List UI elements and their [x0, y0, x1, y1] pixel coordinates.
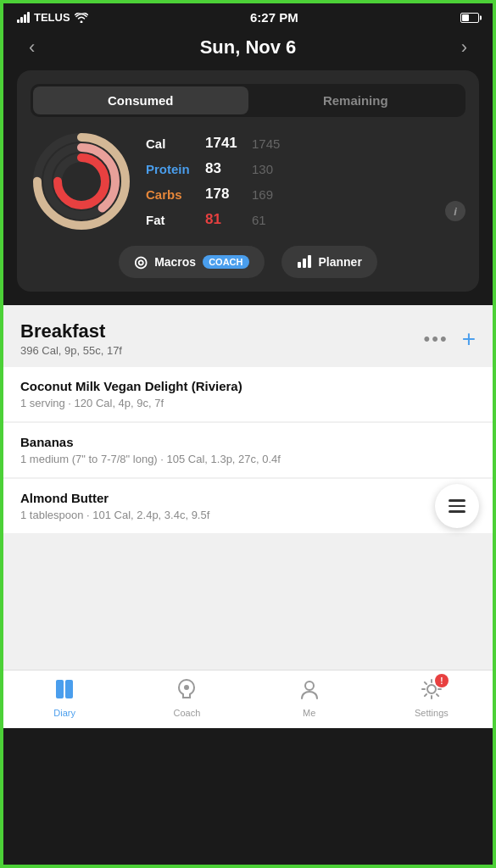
fab-button[interactable]	[435, 484, 479, 528]
add-food-button[interactable]: +	[462, 327, 476, 351]
coach-badge: COACH	[203, 255, 248, 269]
planner-label: Planner	[319, 255, 362, 269]
carbs-value: 178	[205, 186, 252, 203]
fat-row: Fat 81 61 i	[146, 211, 465, 228]
svg-rect-7	[303, 259, 306, 268]
hamburger-icon	[449, 499, 465, 513]
svg-rect-8	[308, 255, 311, 268]
nutrition-tabs: Consumed Remaining	[31, 84, 465, 117]
macros-label: Macros	[154, 255, 196, 269]
status-right	[460, 13, 479, 23]
carbs-label: Carbs	[146, 187, 205, 202]
bottom-navigation: Diary Coach Me	[3, 670, 493, 728]
nutrition-rings-svg	[31, 131, 132, 232]
coach-icon	[175, 677, 198, 701]
food-name-2: Almond Butter	[20, 491, 476, 505]
nav-me[interactable]: Me	[248, 677, 371, 718]
svg-point-13	[305, 682, 314, 690]
meal-title-block: Breakfast 396 Cal, 9p, 55c, 17f	[20, 320, 122, 357]
settings-badge: !	[435, 674, 449, 687]
protein-value: 83	[205, 160, 252, 177]
food-item-0[interactable]: Coconut Milk Vegan Delight (Riviera) 1 s…	[3, 367, 493, 421]
food-item-2[interactable]: Almond Butter 1 tablespoon · 101 Cal, 2.…	[3, 479, 493, 533]
meal-actions: ••• +	[424, 327, 476, 351]
cal-max: 1745	[252, 136, 280, 151]
card-buttons: ◎ Macros COACH Planner	[31, 246, 465, 278]
meal-title: Breakfast	[20, 320, 122, 342]
carbs-max: 169	[252, 187, 273, 202]
food-name-1: Bananas	[20, 435, 476, 449]
food-item-1[interactable]: Bananas 1 medium (7" to 7-7/8" long) · 1…	[3, 423, 493, 477]
protein-row: Protein 83 130	[146, 160, 465, 177]
cal-value: 1741	[205, 135, 252, 152]
status-bar: TELUS 6:27 PM	[3, 3, 493, 28]
protein-label: Protein	[146, 162, 205, 176]
carbs-row: Carbs 178 169	[146, 186, 465, 203]
cal-label: Cal	[146, 136, 205, 151]
signal-icon	[17, 12, 30, 23]
meal-options-button[interactable]: •••	[424, 328, 449, 350]
nav-settings[interactable]: ! Settings	[371, 677, 493, 718]
macros-button[interactable]: ◎ Macros COACH	[119, 246, 264, 278]
planner-button[interactable]: Planner	[281, 246, 377, 278]
nav-diary[interactable]: Diary	[3, 677, 125, 718]
cal-row: Cal 1741 1745	[146, 135, 465, 152]
info-icon-label: i	[454, 205, 457, 218]
diary-section: Breakfast 396 Cal, 9p, 55c, 17f ••• + Co…	[3, 305, 493, 670]
nutrition-content: Cal 1741 1745 Protein 83 130 Carbs 178 1…	[31, 131, 465, 232]
status-left: TELUS	[17, 11, 88, 24]
status-time: 6:27 PM	[250, 10, 298, 25]
food-details-2: 1 tablespoon · 101 Cal, 2.4p, 3.4c, 9.5f	[20, 509, 476, 521]
tab-consumed[interactable]: Consumed	[33, 86, 248, 114]
svg-rect-10	[65, 680, 73, 698]
carrier-label: TELUS	[34, 11, 70, 24]
wifi-icon	[75, 13, 88, 23]
next-date-button[interactable]: ›	[453, 36, 476, 58]
fat-max: 61	[252, 213, 266, 227]
settings-nav-label: Settings	[415, 708, 449, 718]
bar-chart-icon	[297, 253, 312, 269]
fat-label: Fat	[146, 213, 205, 227]
coach-nav-label: Coach	[173, 708, 200, 718]
diary-nav-label: Diary	[53, 708, 75, 718]
prev-date-button[interactable]: ‹	[20, 36, 43, 58]
me-icon	[298, 677, 321, 701]
settings-icon-wrap: !	[420, 677, 443, 704]
food-details-0: 1 serving · 120 Cal, 4p, 9c, 7f	[20, 397, 476, 409]
macros-icon: ◎	[134, 253, 148, 271]
fat-value: 81	[205, 211, 252, 228]
food-details-1: 1 medium (7" to 7-7/8" long) · 105 Cal, …	[20, 453, 476, 465]
nutrition-stats: Cal 1741 1745 Protein 83 130 Carbs 178 1…	[146, 135, 465, 228]
svg-rect-9	[56, 680, 64, 698]
tab-remaining[interactable]: Remaining	[248, 86, 464, 114]
me-icon-wrap	[298, 677, 321, 704]
diary-icon-wrap	[53, 677, 76, 704]
diary-icon	[53, 677, 76, 701]
coach-icon-wrap	[175, 677, 198, 704]
app-container: TELUS 6:27 PM ‹ Sun, Nov 6 › Consumed Re…	[3, 3, 493, 728]
nav-coach[interactable]: Coach	[125, 677, 248, 718]
me-nav-label: Me	[303, 708, 315, 718]
svg-point-11	[184, 685, 189, 690]
nutrition-card: Consumed Remaining	[17, 70, 479, 292]
info-button[interactable]: i	[445, 201, 465, 221]
planner-icon	[297, 253, 312, 271]
protein-max: 130	[252, 162, 273, 176]
food-name-0: Coconut Milk Vegan Delight (Riviera)	[20, 379, 476, 393]
svg-rect-6	[298, 262, 301, 268]
ring-chart	[31, 131, 132, 232]
current-date: Sun, Nov 6	[200, 36, 297, 58]
breakfast-header: Breakfast 396 Cal, 9p, 55c, 17f ••• +	[3, 305, 493, 365]
date-navigation: ‹ Sun, Nov 6 ›	[3, 28, 493, 70]
battery-icon	[460, 13, 479, 23]
meal-summary: 396 Cal, 9p, 55c, 17f	[20, 344, 122, 357]
